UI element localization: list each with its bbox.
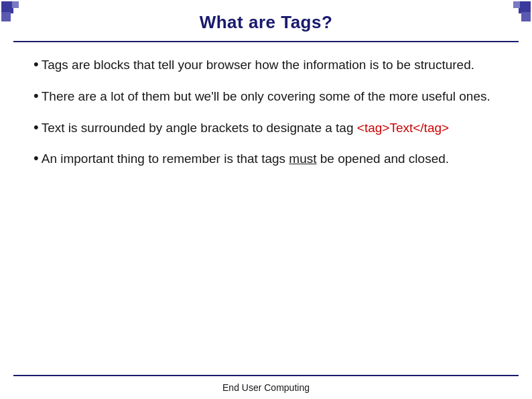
bullet-dot-1: • [34,54,39,75]
bullet-1: • Tags are blocks that tell your browser… [34,56,498,75]
bullet-dot-4: • [34,148,39,169]
underlined-must: must [289,152,316,166]
code-example: <tag>Text</tag> [357,121,449,135]
title-section: What are Tags? [0,0,532,41]
corner-decoration-tl-3 [12,1,19,8]
bullet-dot-2: • [34,86,39,107]
slide-title: What are Tags? [40,12,492,33]
bullet-text-3: Text is surrounded by angle brackets to … [42,119,449,137]
bullet-dot-3: • [34,117,39,138]
bullet-text-4: An important thing to remember is that t… [42,150,449,168]
bullet-2: • There are a lot of them but we'll be o… [34,87,498,107]
corner-decoration-tr-3 [513,1,520,8]
bullet-4: • An important thing to remember is that… [34,150,498,169]
footer: End User Computing [0,376,532,399]
corner-decoration-tr-2 [521,12,531,21]
slide-container: What are Tags? • Tags are blocks that te… [0,0,532,399]
corner-decoration-tl-2 [1,12,11,21]
bullet-3: • Text is surrounded by angle brackets t… [34,119,498,138]
footer-text: End User Computing [222,382,310,393]
bullet-text-1: Tags are blocks that tell your browser h… [42,56,474,74]
bullet-text-2: There are a lot of them but we'll be onl… [42,87,490,106]
content-area: • Tags are blocks that tell your browser… [0,42,532,375]
